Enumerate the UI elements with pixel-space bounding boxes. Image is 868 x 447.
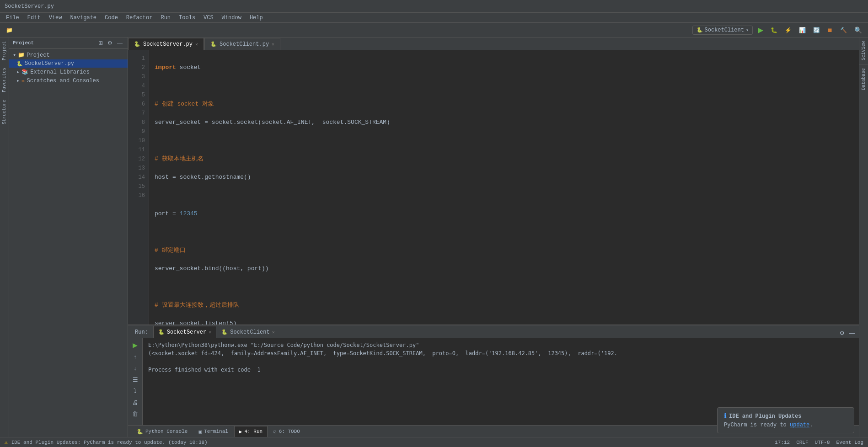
menu-file[interactable]: File	[2, 14, 23, 22]
run-panel-close[interactable]: —	[847, 329, 857, 338]
socketclient-run-icon: 🐍	[221, 329, 228, 335]
bottom-tab-socketclient-label: SocketClient	[230, 329, 269, 335]
notification-info-icon: ℹ	[724, 412, 726, 420]
clear-output-button[interactable]: 🗑	[131, 409, 139, 419]
toolbar-project-btn[interactable]: 📁	[4, 26, 15, 35]
coverage-button[interactable]: ⚡	[782, 26, 794, 35]
menu-window[interactable]: Window	[218, 14, 245, 22]
menu-edit[interactable]: Edit	[24, 14, 44, 22]
menu-bar: File Edit View Navigate Code Refactor Ru…	[0, 13, 868, 23]
side-tab-database[interactable]: Database	[860, 64, 868, 94]
status-message: IDE and Plugin Updates: PyCharm is ready…	[11, 440, 208, 445]
status-event-log[interactable]: Event Log	[836, 440, 863, 445]
run-panel-settings[interactable]: ⚙	[837, 329, 847, 338]
terminal-line-3	[148, 357, 853, 366]
project-tree: ▾ 📁 Project 🐍 SocketServer.py ▸ 📚 Extern…	[9, 49, 128, 437]
folder-expand-icon: ▾	[13, 52, 16, 59]
code-line-11: # 绑定端口	[155, 246, 859, 255]
code-line-3: # 创建 socket 对象	[155, 100, 859, 109]
tab-socketserver-close[interactable]: ✕	[195, 42, 198, 47]
reload-button[interactable]: 🔄	[811, 26, 822, 35]
project-panel: Project ⊞ ⚙ — ▾ 📁 Project 🐍 SocketServer…	[9, 37, 128, 437]
run-button[interactable]: ▶	[755, 24, 766, 36]
tool-tab-todo[interactable]: ☑ 6: TODO	[268, 426, 305, 437]
run-tool-label: 4: Run	[244, 429, 263, 434]
side-tab-favorites[interactable]: Favorites	[0, 64, 8, 96]
build-button[interactable]: 🔨	[838, 26, 849, 35]
stop-button[interactable]: ⏹	[825, 26, 835, 35]
side-tab-project[interactable]: Project	[0, 37, 8, 64]
side-tab-structure[interactable]: Structure	[0, 96, 8, 128]
tree-item-socketserver[interactable]: 🐍 SocketServer.py	[9, 59, 128, 68]
panel-settings-btn[interactable]: ⚙	[106, 39, 114, 47]
tree-item-scratches[interactable]: ▸ ✏ Scratches and Consoles	[9, 76, 128, 85]
line-numbers: 12345 678910 1112131415 16	[128, 50, 149, 325]
menu-tools[interactable]: Tools	[175, 14, 199, 22]
scratches-icon: ✏	[21, 77, 25, 84]
panel-layout-btn[interactable]: ⊞	[97, 39, 104, 47]
project-label: Project	[27, 52, 49, 59]
bottom-tab-socketserver-close[interactable]: ✕	[209, 330, 211, 335]
python-console-icon: 🐍	[137, 429, 143, 435]
menu-code[interactable]: Code	[101, 14, 122, 22]
menu-run[interactable]: Run	[157, 14, 174, 22]
panel-collapse-btn[interactable]: —	[116, 39, 124, 47]
tab-socketclient-label: SocketClient.py	[220, 41, 269, 48]
debug-button[interactable]: 🐛	[768, 26, 780, 35]
tool-tab-terminal[interactable]: ▣ Terminal	[193, 426, 233, 437]
notification-link-suffix: .	[809, 422, 813, 428]
profile-button[interactable]: 📊	[797, 26, 808, 35]
terminal-line-2: (<socket.socket fd=424, family=AddressFa…	[148, 349, 853, 357]
scratches-expand-icon: ▸	[16, 77, 20, 84]
run-label: Run:	[135, 329, 148, 335]
bottom-tab-socketclient-close[interactable]: ✕	[272, 330, 275, 335]
side-tabs-right: SciView Database	[859, 37, 868, 437]
menu-navigate[interactable]: Navigate	[66, 14, 100, 22]
run-config-dropdown-icon[interactable]: ▾	[746, 27, 749, 33]
tool-tab-run[interactable]: ▶ 4: Run	[234, 426, 268, 437]
bottom-tab-socketserver[interactable]: 🐍 SocketServer ✕	[153, 326, 216, 338]
tool-tab-python-console[interactable]: 🐍 Python Console	[132, 426, 193, 437]
bottom-panel-tabs: Run: 🐍 SocketServer ✕ 🐍 SocketClient ✕ ⚙…	[128, 325, 859, 338]
code-line-10	[155, 228, 859, 237]
tab-socketserver-label: SocketServer.py	[143, 41, 193, 48]
menu-help[interactable]: Help	[246, 14, 267, 22]
bottom-tab-run-label[interactable]: Run:	[130, 326, 153, 338]
status-line-ending[interactable]: CRLF	[796, 440, 808, 445]
editor-tabs: 🐍 SocketServer.py ✕ 🐍 SocketClient.py ✕	[128, 37, 859, 50]
code-line-8	[155, 191, 859, 200]
side-tab-sciview[interactable]: SciView	[860, 37, 868, 64]
status-bar: ⚠ IDE and Plugin Updates: PyCharm is rea…	[0, 437, 868, 447]
code-content[interactable]: import socket # 创建 socket 对象 server_sock…	[149, 50, 859, 325]
scratches-label: Scratches and Consoles	[27, 78, 99, 84]
tab-socketclient-close[interactable]: ✕	[272, 42, 274, 47]
toolbar-right: 🐍 SocketClient ▾ ▶ 🐛 ⚡ 📊 🔄 ⏹ 🔨 🔍	[692, 24, 864, 36]
status-encoding[interactable]: UTF-8	[815, 440, 830, 445]
soft-wrap-button[interactable]: ⤵	[132, 386, 138, 396]
tree-item-project[interactable]: ▾ 📁 Project	[9, 51, 128, 59]
rerun-button[interactable]: ↑	[132, 352, 138, 362]
panel-icons: ⊞ ⚙ —	[97, 39, 124, 47]
notification-body-text: PyCharm is ready to	[724, 422, 790, 428]
menu-vcs[interactable]: VCS	[200, 14, 217, 22]
toolbar-left: 📁	[4, 26, 15, 35]
search-everywhere-button[interactable]: 🔍	[852, 25, 864, 35]
menu-refactor[interactable]: Refactor	[123, 14, 156, 22]
menu-view[interactable]: View	[45, 14, 66, 22]
run-config-selector[interactable]: 🐍 SocketClient ▾	[692, 26, 753, 35]
tree-item-external-libs[interactable]: ▸ 📚 External Libraries	[9, 68, 128, 76]
run-again-button[interactable]: ▶	[131, 340, 139, 350]
stop-run-button[interactable]: ↓	[132, 363, 138, 373]
tab-socketclient-icon: 🐍	[210, 41, 217, 47]
status-position[interactable]: 17:12	[775, 440, 790, 445]
bottom-tab-socketclient[interactable]: 🐍 SocketClient ✕	[216, 326, 279, 338]
notification-update-link[interactable]: update	[790, 422, 809, 428]
scroll-down-button[interactable]: ☰	[131, 375, 139, 384]
print-button[interactable]: 🖨	[131, 398, 139, 407]
project-panel-header: Project ⊞ ⚙ —	[9, 37, 128, 49]
tab-socketserver[interactable]: 🐍 SocketServer.py ✕	[128, 38, 204, 50]
tab-socketclient[interactable]: 🐍 SocketClient.py ✕	[204, 38, 280, 50]
code-line-1: import socket	[155, 63, 859, 72]
bottom-tab-socketserver-label: SocketServer	[167, 329, 206, 335]
code-line-5	[155, 136, 859, 145]
